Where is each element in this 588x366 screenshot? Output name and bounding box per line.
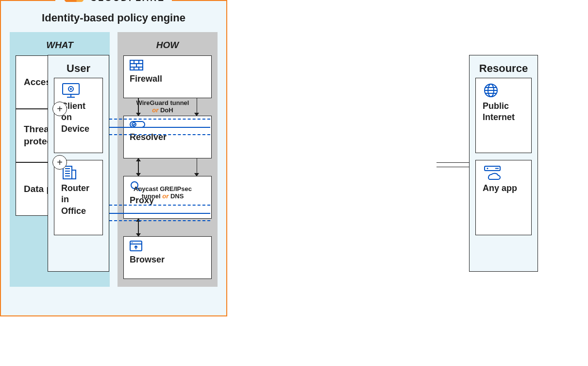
connector-tunnel-top	[109, 119, 210, 135]
svg-rect-5	[63, 166, 72, 179]
resource-panel: Resource Public Internet Any app	[469, 55, 538, 272]
browser-icon	[130, 241, 205, 254]
plus-icon: +	[52, 155, 67, 170]
svg-point-4	[70, 88, 72, 90]
how-card-firewall: Firewall	[123, 55, 212, 98]
svg-rect-6	[72, 170, 76, 179]
card-public-internet: Public Internet	[475, 78, 532, 153]
card-router-in-office: Router in Office	[54, 160, 103, 235]
plus-icon: +	[52, 102, 67, 116]
center-subtitle: Identity-based policy engine	[10, 12, 218, 24]
svg-point-17	[487, 168, 488, 169]
what-heading: WHAT	[16, 37, 104, 55]
card-any-app: Any app	[475, 160, 532, 235]
how-card-browser: Browser	[123, 236, 212, 279]
arrow-bidir-icon	[138, 219, 139, 236]
svg-point-33	[132, 242, 133, 243]
how-card-label: Browser	[130, 255, 205, 265]
arrow-bidir-icon	[138, 158, 139, 176]
connector-right	[437, 162, 470, 167]
cloudflare-logo: CLOUDFLARE	[55, 0, 172, 5]
firewall-icon	[130, 60, 205, 73]
how-heading: HOW	[123, 37, 212, 55]
cloudflare-cloud-icon	[62, 0, 86, 5]
how-column: HOW Firewall Resolver	[118, 32, 218, 287]
how-card-label: Firewall	[130, 74, 205, 84]
card-label: Public Internet	[483, 101, 524, 123]
server-cloud-icon	[483, 165, 524, 180]
connector-tunnel-bottom	[109, 205, 210, 221]
center-panel: CLOUDFLARE Identity-based policy engine …	[0, 0, 227, 316]
card-label: Any app	[483, 183, 524, 194]
office-icon	[61, 165, 96, 180]
resource-panel-title: Resource	[470, 55, 538, 78]
user-panel-title: User	[48, 55, 109, 78]
arrow-down-icon	[197, 158, 198, 176]
connector-label-bottom: Anycast GRE/IPsec tunnel or DNS	[124, 185, 202, 200]
globe-icon	[483, 83, 524, 98]
connector-label-top: WireGuard tunnel or DoH	[124, 99, 202, 114]
card-label: Router in Office	[61, 183, 96, 217]
brand-text: CLOUDFLARE	[90, 0, 165, 3]
monitor-icon	[61, 83, 96, 98]
